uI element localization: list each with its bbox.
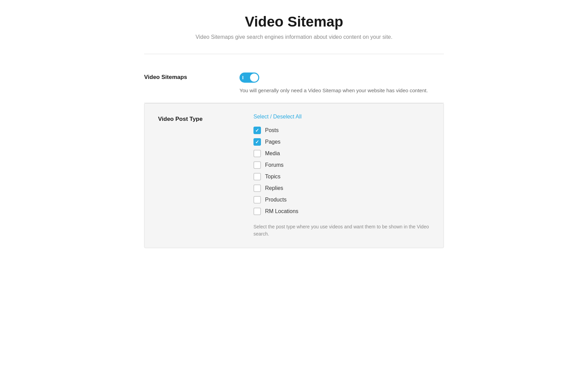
checkbox-item-replies[interactable]: Replies (253, 184, 430, 192)
checkbox-rm-locations[interactable] (253, 208, 261, 215)
select-deselect-all-link[interactable]: Select / Deselect All (253, 114, 430, 120)
checkbox-item-products[interactable]: Products (253, 196, 430, 204)
checkbox-label-topics: Topics (265, 174, 280, 180)
video-sitemaps-toggle[interactable]: I (239, 72, 259, 83)
checkbox-forums[interactable] (253, 161, 261, 169)
divider-top (144, 54, 444, 54)
post-type-row: Video Post Type Select / Deselect All Po… (158, 114, 430, 238)
checkbox-label-products: Products (265, 197, 287, 203)
checkbox-label-pages: Pages (265, 139, 280, 145)
checkbox-label-rm-locations: RM Locations (265, 208, 298, 214)
video-sitemaps-content: I You will generally only need a Video S… (239, 72, 444, 95)
checkbox-item-rm-locations[interactable]: RM Locations (253, 208, 430, 215)
checkbox-label-posts: Posts (265, 127, 279, 133)
checkbox-item-pages[interactable]: Pages (253, 138, 430, 146)
video-sitemaps-row: Video Sitemaps I You will generally only… (144, 64, 444, 103)
checkbox-item-media[interactable]: Media (253, 150, 430, 157)
checkbox-label-forums: Forums (265, 162, 283, 168)
page-subtitle: Video Sitemaps give search engines infor… (144, 34, 444, 40)
page-header: Video Sitemap Video Sitemaps give search… (144, 14, 444, 40)
checkbox-pages[interactable] (253, 138, 261, 146)
checkbox-topics[interactable] (253, 173, 261, 180)
checkbox-item-posts[interactable]: Posts (253, 127, 430, 134)
checkbox-media[interactable] (253, 150, 261, 157)
checkbox-label-media: Media (265, 150, 280, 157)
checkbox-item-forums[interactable]: Forums (253, 161, 430, 169)
checkbox-list: Posts Pages Media Forums (253, 127, 430, 215)
checkbox-label-replies: Replies (265, 185, 283, 191)
post-type-label: Video Post Type (158, 114, 253, 123)
page-title: Video Sitemap (144, 14, 444, 30)
post-type-content: Select / Deselect All Posts Pages (253, 114, 430, 238)
checkbox-replies[interactable] (253, 184, 261, 192)
video-sitemaps-description: You will generally only need a Video Sit… (239, 87, 444, 95)
checkbox-posts[interactable] (253, 127, 261, 134)
video-sitemaps-label: Video Sitemaps (144, 72, 239, 81)
post-type-hint: Select the post type where you use video… (253, 223, 430, 238)
toggle-wrapper: I (239, 72, 444, 83)
toggle-slider: I (239, 72, 259, 83)
checkbox-item-topics[interactable]: Topics (253, 173, 430, 180)
checkbox-products[interactable] (253, 196, 261, 204)
video-post-type-section: Video Post Type Select / Deselect All Po… (144, 103, 444, 248)
toggle-on-icon: I (242, 75, 244, 80)
